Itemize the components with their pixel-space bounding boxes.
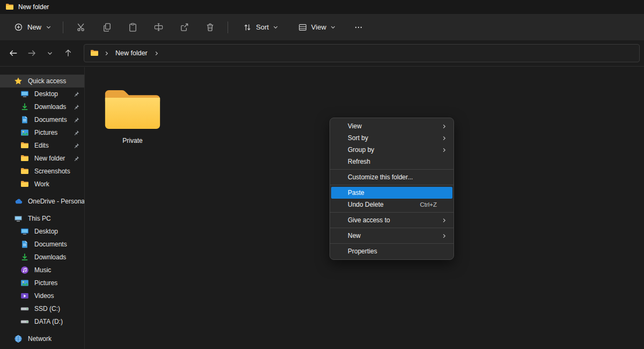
sidebar-item-edits-pinned[interactable]: Edits xyxy=(0,139,84,152)
menu-item-label: Paste xyxy=(348,189,364,197)
sidebar-item-quick-access[interactable]: Quick access xyxy=(0,75,84,88)
pin-icon xyxy=(74,130,79,136)
paste-button[interactable] xyxy=(122,18,143,37)
view-button-label: View xyxy=(311,23,326,31)
view-button[interactable]: View xyxy=(292,18,342,37)
forward-icon xyxy=(27,48,36,58)
toolbar-separator xyxy=(63,21,63,33)
sidebar-item-music[interactable]: Music xyxy=(0,264,84,277)
rename-button[interactable] xyxy=(148,18,169,37)
copy-icon xyxy=(102,22,112,32)
see-more-button[interactable] xyxy=(348,18,369,37)
sidebar-item-desktop-pinned[interactable]: Desktop xyxy=(0,88,84,100)
context-menu: View Sort by Group by Refresh Customize … xyxy=(330,118,454,260)
new-button[interactable]: New xyxy=(8,18,58,36)
chevron-right-icon xyxy=(441,123,447,129)
menu-item-label: Properties xyxy=(348,248,377,255)
pin-icon xyxy=(74,156,79,162)
pc-icon xyxy=(14,214,23,223)
document-icon xyxy=(20,115,29,124)
menu-item-group-by[interactable]: Group by xyxy=(330,144,453,156)
download-icon xyxy=(20,103,29,111)
copy-button[interactable] xyxy=(96,18,118,37)
menu-item-customize-folder[interactable]: Customize this folder... xyxy=(330,171,453,183)
menu-item-new[interactable]: New xyxy=(330,230,453,242)
address-bar[interactable]: New folder xyxy=(84,44,640,62)
file-explorer-window: New folder New Sort xyxy=(0,0,644,349)
network-icon xyxy=(14,335,23,343)
sidebar-item-documents-pinned[interactable]: Documents xyxy=(0,113,84,126)
chevron-right-icon xyxy=(153,50,159,56)
sidebar-item-pictures-pinned[interactable]: Pictures xyxy=(0,126,84,139)
drive-icon xyxy=(20,304,29,313)
sort-icon xyxy=(243,23,252,32)
share-icon xyxy=(179,22,189,32)
recent-locations-button[interactable] xyxy=(42,45,58,61)
music-icon xyxy=(20,266,29,274)
chevron-down-icon xyxy=(47,50,53,56)
rename-icon xyxy=(153,22,164,32)
sidebar-item-network[interactable]: Network xyxy=(0,332,84,345)
menu-item-shortcut: Ctrl+Z xyxy=(420,201,437,208)
forward-button[interactable] xyxy=(24,45,40,61)
pin-icon xyxy=(74,91,79,97)
sidebar-item-new-folder-pinned[interactable]: New folder xyxy=(0,152,84,165)
chevron-right-icon xyxy=(441,135,447,141)
see-more-icon xyxy=(354,23,363,32)
sidebar-item-downloads-pinned[interactable]: Downloads xyxy=(0,100,84,113)
chevron-right-icon xyxy=(441,233,447,239)
video-icon xyxy=(20,292,29,300)
chevron-right-icon xyxy=(441,147,447,153)
drive-icon xyxy=(20,317,29,326)
titlebar: New folder xyxy=(0,0,644,14)
sidebar-item-pc-desktop[interactable]: Desktop xyxy=(0,225,84,238)
menu-item-paste[interactable]: Paste xyxy=(331,187,452,199)
menu-item-undo-delete[interactable]: Undo Delete Ctrl+Z xyxy=(330,199,453,210)
sidebar-item-pc-documents[interactable]: Documents xyxy=(0,238,84,251)
new-button-label: New xyxy=(27,23,41,31)
sidebar-item-pc-downloads[interactable]: Downloads xyxy=(0,251,84,264)
sidebar-item-videos[interactable]: Videos xyxy=(0,289,84,302)
sidebar-item-pc-pictures[interactable]: Pictures xyxy=(0,277,84,289)
pin-icon xyxy=(74,117,79,123)
sidebar-item-screenshots[interactable]: Screenshots xyxy=(0,165,84,178)
picture-icon xyxy=(20,279,29,287)
menu-separator xyxy=(330,228,453,228)
up-button[interactable] xyxy=(60,45,76,61)
folder-icon xyxy=(20,180,29,188)
sidebar-item-work[interactable]: Work xyxy=(0,178,84,191)
toolbar-separator xyxy=(228,21,228,33)
sort-button[interactable]: Sort xyxy=(237,18,284,37)
chevron-down-icon xyxy=(273,24,279,30)
menu-item-refresh[interactable]: Refresh xyxy=(330,156,453,168)
menu-item-label: New xyxy=(348,232,361,239)
sidebar-item-drive-d[interactable]: DATA (D:) xyxy=(0,315,84,328)
navigation-bar: New folder xyxy=(0,40,644,67)
share-button[interactable] xyxy=(173,18,195,37)
menu-item-sort-by[interactable]: Sort by xyxy=(330,132,453,144)
back-icon xyxy=(9,48,18,58)
folder-item-label: Private xyxy=(122,137,142,144)
folder-item-private[interactable]: Private xyxy=(102,86,163,144)
cloud-icon xyxy=(14,197,23,206)
menu-item-view[interactable]: View xyxy=(330,120,453,132)
picture-icon xyxy=(20,128,29,137)
cut-button[interactable] xyxy=(70,18,92,37)
back-button[interactable] xyxy=(5,45,21,61)
menu-item-label: Customize this folder... xyxy=(348,173,413,181)
monitor-icon xyxy=(20,90,29,98)
download-icon xyxy=(20,253,29,261)
sidebar-item-this-pc[interactable]: This PC xyxy=(0,212,84,225)
delete-icon xyxy=(205,22,215,32)
command-bar: New Sort View xyxy=(0,14,644,40)
menu-item-give-access-to[interactable]: Give access to xyxy=(330,214,453,226)
menu-item-properties[interactable]: Properties xyxy=(330,245,453,257)
menu-item-label: Undo Delete xyxy=(348,201,384,208)
menu-separator xyxy=(330,212,453,213)
window-title: New folder xyxy=(18,3,49,11)
delete-button[interactable] xyxy=(199,18,221,37)
sidebar-item-drive-c[interactable]: SSD (C:) xyxy=(0,302,84,315)
plus-circle-icon xyxy=(14,23,23,32)
breadcrumb-segment[interactable]: New folder xyxy=(114,48,149,58)
sidebar-item-onedrive[interactable]: OneDrive - Personal xyxy=(0,195,84,208)
